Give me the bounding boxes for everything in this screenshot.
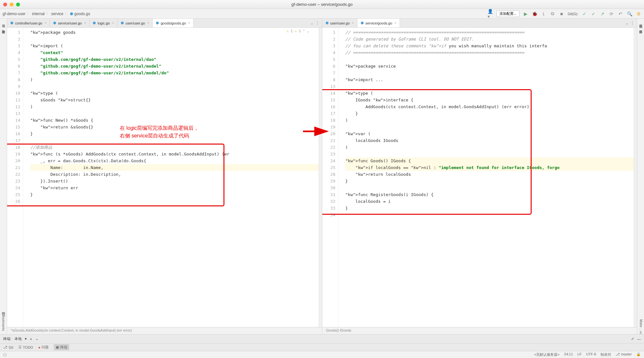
code-content-right[interactable]: // =====================================… [343, 28, 637, 327]
line-separator[interactable]: LF [577, 352, 582, 357]
tabs-dropdown-icon[interactable]: ⌄ [625, 21, 629, 25]
profile-icon[interactable]: ⧉ [550, 11, 555, 17]
terminal-tabs: 终端: 本地 ▾ + ⌄ ⤢ — [0, 334, 644, 343]
editor-pane-left: ⬢controller/user.go×⬢service/user.go×⬢lo… [7, 19, 322, 334]
right-tool-strip: 远程主机 数据库 Make 文... [637, 19, 644, 334]
bottom-tool-bar: ⎇ Git ☰ TODO ● 问题 ▣ 终端 [0, 343, 644, 351]
go-file-icon: ⬢ [70, 12, 73, 16]
close-window-icon[interactable] [3, 3, 7, 6]
go-file-icon: ⬢ [156, 21, 159, 25]
close-tab-icon[interactable]: × [84, 21, 86, 25]
file-encoding[interactable]: UTF-8 [586, 352, 596, 357]
tabs-more-icon[interactable]: ⋮ [316, 21, 319, 25]
indent-setting[interactable]: 制表符 [601, 352, 611, 357]
go-file-icon: ⬢ [326, 21, 329, 25]
tab-user-user-go[interactable]: ⬢user/user.go× [322, 19, 357, 27]
tab-logic-go[interactable]: ⬢logic.go× [90, 19, 118, 27]
annotation-text: 在 logic层编写完添加商品逻辑后， 右侧 service层自动生成了代码 [120, 124, 199, 140]
close-tab-icon[interactable]: × [188, 21, 190, 25]
close-tab-icon[interactable]: × [112, 21, 114, 25]
go-file-icon: ⬢ [121, 21, 124, 25]
breadcrumb-folder[interactable]: internal [32, 12, 44, 16]
problems-tool-button[interactable]: ● 问题 [38, 345, 49, 350]
cursor-position[interactable]: 24:11 [564, 352, 573, 357]
git-label: Git(G): [568, 12, 578, 16]
close-tab-icon[interactable]: × [352, 21, 354, 25]
terminal-dropdown-icon[interactable]: ▾ [25, 337, 27, 341]
editor-pane-right: ⬢user/user.go×⬢service/goods.go×⌄⋮ 12345… [322, 19, 637, 334]
close-tab-icon[interactable]: × [394, 21, 396, 25]
bottom-crumb-left[interactable]: *sGoods.AddGoods(ctx context.Context, in… [7, 327, 322, 334]
scrollbar-left[interactable] [319, 28, 322, 327]
debug-icon[interactable]: 🐞 [532, 11, 537, 17]
minimize-window-icon[interactable] [10, 3, 14, 6]
terminal-expand-icon[interactable]: ⤢ [631, 337, 634, 341]
terminal-add-icon[interactable]: + [30, 337, 32, 341]
terminal-tool-button[interactable]: ▣ 终端 [54, 344, 69, 350]
line-gutter-left: 1234567891011121314151617181920212223242… [7, 28, 23, 327]
titlebar: gf-demo-user – service/goods.go [0, 0, 644, 9]
user-icon[interactable]: 👤▾ [488, 11, 493, 17]
terminal-label: 终端: [3, 336, 11, 341]
line-gutter-right: 1234567813141516171819202122232425282930… [322, 28, 338, 327]
git-tool-button[interactable]: ⎇ Git [3, 345, 13, 349]
stop-icon[interactable]: ■ [559, 11, 564, 17]
tabs-left: ⬢controller/user.go×⬢service/user.go×⬢lo… [7, 19, 322, 28]
sidebar-make[interactable]: Make 文... [639, 319, 643, 331]
main-toolbar: gf-demo-user〉 internal〉 service〉 ⬢ goods… [0, 9, 644, 19]
terminal-more-icon[interactable]: ⌄ [35, 337, 38, 341]
bottom-crumb-right[interactable]: Goods() IGoods [322, 327, 637, 334]
go-file-icon: ⬢ [93, 21, 96, 25]
close-tab-icon[interactable]: × [147, 21, 149, 25]
sidebar-bookmarks[interactable]: Bookmarks [2, 315, 5, 331]
close-tab-icon[interactable]: × [44, 21, 46, 25]
tab-service-user-go[interactable]: ⬢service/user.go× [50, 19, 90, 27]
run-icon[interactable]: ▶ [523, 11, 528, 17]
coverage-icon[interactable]: ⤹ [541, 11, 546, 17]
tabs-dropdown-icon[interactable]: ⌄ [310, 21, 314, 25]
git-commit-icon[interactable]: ✓ [591, 11, 596, 17]
breadcrumb: gf-demo-user〉 internal〉 service〉 ⬢ goods… [3, 11, 90, 16]
git-revert-icon[interactable]: ↶ [618, 11, 623, 17]
go-file-icon: ⬢ [53, 21, 56, 25]
breadcrumb-folder2[interactable]: service [51, 12, 63, 16]
tab-service-goods-go[interactable]: ⬢service/goods.go× [357, 19, 400, 27]
window-controls [3, 3, 20, 6]
window-title: gf-demo-user – service/goods.go [291, 2, 353, 7]
inspection-widget[interactable]: ⚠1 ⚠1 ⌃⌄ [287, 29, 309, 33]
status-bar: ▢ <无默认服务器> 24:11 LF UTF-8 制表符 ⎇ master 🔒 [0, 351, 644, 358]
tab-goods-goods-go[interactable]: ⬢goods/goods.go× [153, 19, 194, 27]
terminal-hide-icon[interactable]: — [637, 337, 641, 341]
tab-user-user-go[interactable]: ⬢user/user.go× [118, 19, 153, 27]
maximize-window-icon[interactable] [16, 3, 20, 6]
tab-controller-user-go[interactable]: ⬢controller/user.go× [7, 19, 50, 27]
add-config-button[interactable]: 添加配置... [497, 10, 519, 17]
git-branch[interactable]: ⎇ master [616, 352, 632, 357]
tabs-more-icon[interactable]: ⋮ [630, 21, 634, 25]
go-file-icon: ⬢ [361, 21, 364, 25]
git-push-icon[interactable]: ↗ [600, 11, 605, 17]
tool-window-toggle-icon[interactable]: ▢ [3, 353, 6, 357]
code-area-left[interactable]: 1234567891011121314151617181920212223242… [7, 28, 322, 327]
code-content-left[interactable]: "kw">package goods "kw">import ( "contex… [28, 28, 322, 327]
breadcrumb-file[interactable]: goods.go [74, 12, 90, 16]
scrollbar-right[interactable] [634, 28, 637, 327]
todo-tool-button[interactable]: ☰ TODO [18, 345, 33, 349]
left-tool-strip: 项目 拉取请求 结构 Bookmarks [0, 19, 7, 334]
search-icon[interactable]: 🔍 [627, 11, 632, 17]
git-history-icon[interactable]: ⟳ [609, 11, 614, 17]
tabs-right: ⬢user/user.go×⬢service/goods.go×⌄⋮ [322, 19, 637, 28]
terminal-local-tab[interactable]: 本地 [14, 336, 22, 341]
go-file-icon: ⬢ [10, 21, 14, 25]
settings-icon[interactable]: ⚙ [636, 11, 641, 17]
arrow-icon [303, 127, 332, 136]
git-update-icon[interactable]: ✓ [582, 11, 587, 17]
code-area-right[interactable]: 1234567813141516171819202122232425282930… [322, 28, 637, 327]
deploy-server[interactable]: <无默认服务器> [534, 352, 560, 357]
lock-icon[interactable]: 🔒 [636, 352, 641, 357]
breadcrumb-project[interactable]: gf-demo-user [3, 12, 25, 16]
